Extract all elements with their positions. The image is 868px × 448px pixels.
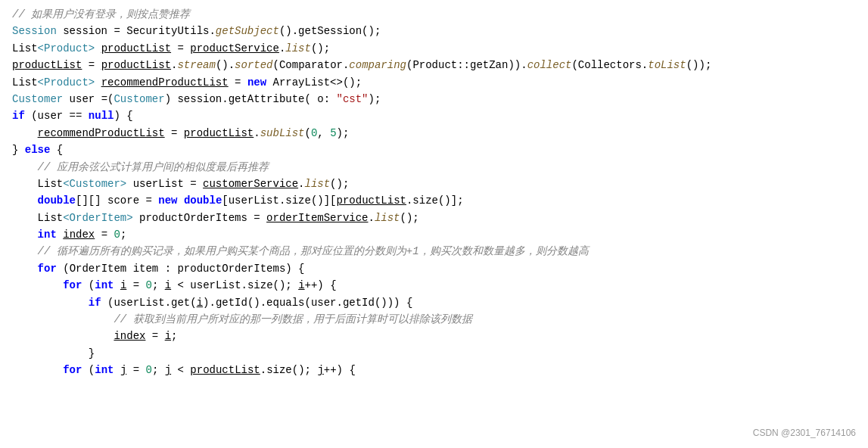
code-line: // 应用余弦公式计算用户间的相似度最后再推荐	[0, 159, 868, 176]
code-line: int index = 0;	[0, 226, 868, 243]
code-line: for (int j = 0; j < productList.size(); …	[0, 362, 868, 378]
code-line: Customer user =(Customer) session.getAtt…	[0, 91, 868, 107]
watermark: CSDN @2301_76714106	[753, 426, 856, 440]
code-line: List<Product> recommendProductList = new…	[0, 74, 868, 91]
code-line: for (int i = 0; i < userList.size(); i++…	[0, 277, 868, 294]
code-line: // 循环遍历所有的购买记录，如果用户购买某个商品，那对应位置的分数则为+1，购…	[0, 243, 868, 260]
code-line: // 获取到当前用户所对应的那一列数据，用于后面计算时可以排除该列数据	[0, 311, 868, 328]
code-line: } else {	[0, 142, 868, 158]
code-line: double[][] score = new double[userList.s…	[0, 192, 868, 209]
code-line: }	[0, 345, 868, 362]
code-line: index = i;	[0, 328, 868, 344]
code-line: // 如果用户没有登录，则按点赞推荐	[0, 6, 868, 23]
code-line: List<Product> productList = productServi…	[0, 40, 868, 57]
code-line: List<Customer> userList = customerServic…	[0, 176, 868, 192]
code-line: for (OrderItem item : productOrderItems)…	[0, 260, 868, 277]
code-block: // 如果用户没有登录，则按点赞推荐Session session = Secu…	[0, 6, 868, 379]
code-line: Session session = SecurityUtils.getSubje…	[0, 23, 868, 39]
code-line: if (user == null) {	[0, 107, 868, 124]
code-line: recommendProductList = productList.subLi…	[0, 125, 868, 142]
code-line: List<OrderItem> productOrderItems = orde…	[0, 210, 868, 226]
code-line: productList = productList.stream().sorte…	[0, 57, 868, 73]
code-editor: // 如果用户没有登录，则按点赞推荐Session session = Secu…	[0, 0, 868, 448]
code-line: if (userList.get(i).getId().equals(user.…	[0, 294, 868, 311]
